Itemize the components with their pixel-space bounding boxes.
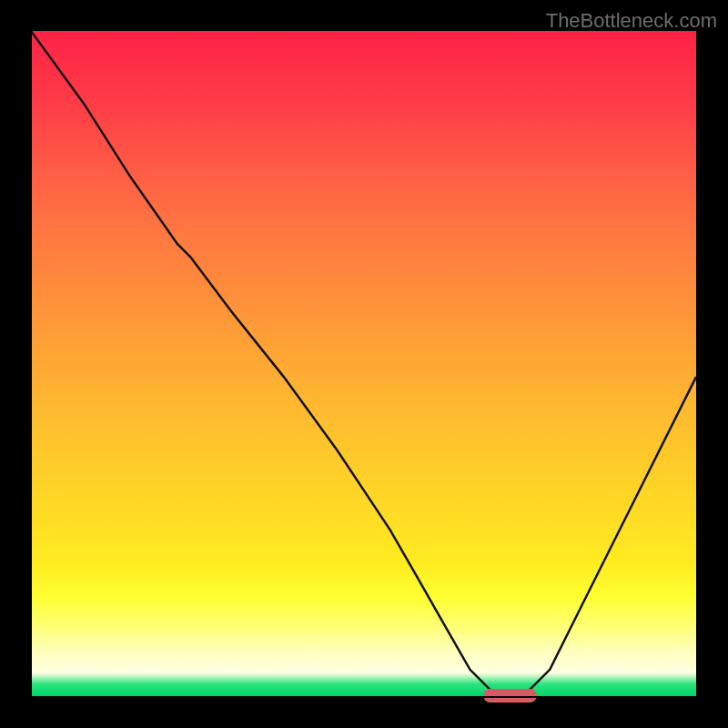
x-axis <box>31 696 696 698</box>
bottleneck-curve <box>31 31 696 696</box>
y-axis <box>30 31 32 696</box>
watermark: TheBottleneck.com <box>546 9 717 33</box>
chart-frame: TheBottleneck.com <box>0 0 728 728</box>
